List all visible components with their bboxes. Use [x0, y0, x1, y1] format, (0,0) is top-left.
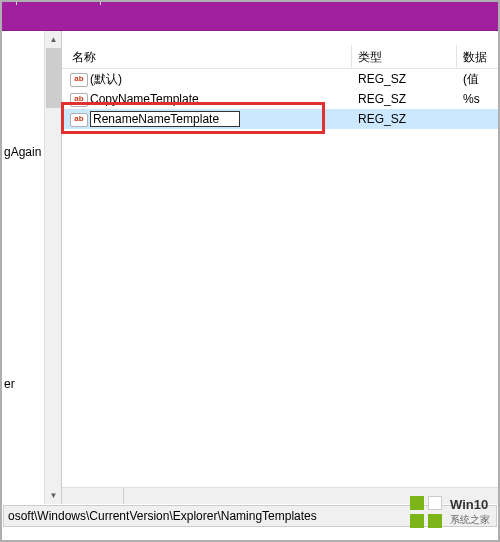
watermark-logo-icon	[408, 494, 444, 530]
value-type: REG_SZ	[352, 72, 457, 86]
vertical-scrollbar[interactable]: ▲ ▼	[44, 31, 61, 504]
list-row[interactable]: (默认) REG_SZ (值	[62, 69, 500, 89]
value-name: CopyNameTemplate	[90, 92, 199, 106]
rename-input[interactable]	[90, 111, 240, 127]
string-value-icon	[70, 111, 86, 127]
value-data: %s	[457, 92, 500, 106]
column-header-data[interactable]: 数据	[457, 45, 500, 68]
string-value-icon	[70, 71, 86, 87]
list-body: (默认) REG_SZ (值 CopyNameTemplate REG_SZ %…	[62, 69, 500, 504]
value-type: REG_SZ	[352, 92, 457, 106]
scroll-down-button[interactable]: ▼	[45, 487, 62, 504]
value-name: (默认)	[90, 71, 122, 88]
scroll-up-button[interactable]: ▲	[45, 31, 62, 48]
value-data: (值	[457, 71, 500, 88]
string-value-icon	[70, 91, 86, 107]
scroll-thumb[interactable]	[46, 48, 61, 108]
value-type: REG_SZ	[352, 112, 457, 126]
values-list-panel: 名称 类型 数据 (默认) REG_SZ (值 CopyNameTemplate…	[62, 31, 500, 504]
watermark-title: Win10	[450, 497, 490, 512]
watermark: Win10 系统之家	[408, 494, 490, 530]
main-content: gAgain er ▲ ▼ 名称 类型 数据 (默认) REG_SZ (值	[0, 31, 500, 504]
tree-panel: gAgain er ▲ ▼	[0, 31, 62, 504]
list-row[interactable]: CopyNameTemplate REG_SZ %s	[62, 89, 500, 109]
list-row-selected[interactable]: REG_SZ	[62, 109, 500, 129]
list-header: 名称 类型 数据	[62, 45, 500, 69]
window-title-bar	[0, 0, 500, 31]
column-header-type[interactable]: 类型	[352, 45, 457, 68]
column-header-name[interactable]: 名称	[62, 45, 352, 68]
watermark-subtitle: 系统之家	[450, 512, 490, 527]
